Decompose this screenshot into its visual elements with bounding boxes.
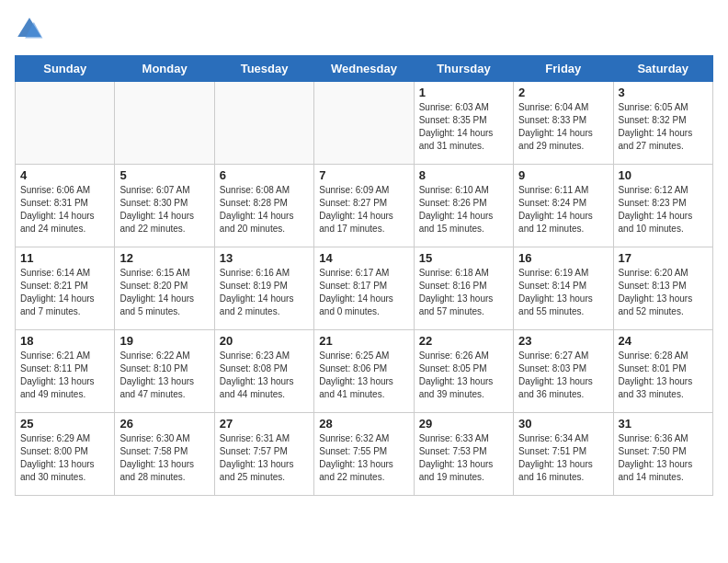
day-info: Sunrise: 6:20 AM Sunset: 8:13 PM Dayligh…	[619, 267, 708, 318]
day-number: 16	[518, 251, 608, 265]
day-info: Sunrise: 6:25 AM Sunset: 8:06 PM Dayligh…	[319, 350, 408, 401]
day-number: 3	[619, 86, 708, 99]
day-number: 27	[220, 417, 309, 431]
calendar-cell: 21Sunrise: 6:25 AM Sunset: 8:06 PM Dayli…	[314, 330, 414, 413]
day-header-thursday: Thursday	[414, 56, 513, 82]
week-row-2: 11Sunrise: 6:14 AM Sunset: 8:21 PM Dayli…	[16, 247, 713, 330]
day-info: Sunrise: 6:28 AM Sunset: 8:01 PM Dayligh…	[619, 350, 708, 401]
calendar-cell: 22Sunrise: 6:26 AM Sunset: 8:05 PM Dayli…	[414, 330, 513, 413]
day-number: 20	[220, 334, 309, 348]
day-number: 9	[518, 168, 608, 182]
calendar-cell: 18Sunrise: 6:21 AM Sunset: 8:11 PM Dayli…	[16, 330, 115, 413]
day-number: 10	[619, 168, 708, 182]
calendar-table: SundayMondayTuesdayWednesdayThursdayFrid…	[15, 55, 713, 496]
day-info: Sunrise: 6:23 AM Sunset: 8:08 PM Dayligh…	[220, 350, 309, 401]
day-header-tuesday: Tuesday	[214, 56, 313, 82]
day-number: 17	[619, 251, 708, 265]
day-info: Sunrise: 6:16 AM Sunset: 8:19 PM Dayligh…	[220, 267, 309, 318]
calendar-cell: 27Sunrise: 6:31 AM Sunset: 7:57 PM Dayli…	[214, 413, 313, 496]
calendar-cell: 4Sunrise: 6:06 AM Sunset: 8:31 PM Daylig…	[16, 165, 115, 247]
day-number: 6	[220, 168, 309, 182]
day-info: Sunrise: 6:33 AM Sunset: 7:53 PM Dayligh…	[419, 432, 508, 484]
day-number: 8	[419, 168, 508, 182]
day-info: Sunrise: 6:03 AM Sunset: 8:35 PM Dayligh…	[419, 101, 508, 153]
day-header-wednesday: Wednesday	[314, 56, 414, 82]
calendar-cell: 17Sunrise: 6:20 AM Sunset: 8:13 PM Dayli…	[613, 247, 712, 330]
day-info: Sunrise: 6:05 AM Sunset: 8:32 PM Dayligh…	[619, 101, 708, 153]
calendar-cell	[16, 82, 115, 165]
day-number: 23	[518, 334, 608, 348]
calendar-cell: 29Sunrise: 6:33 AM Sunset: 7:53 PM Dayli…	[414, 413, 513, 496]
day-info: Sunrise: 6:11 AM Sunset: 8:24 PM Dayligh…	[518, 184, 608, 236]
day-info: Sunrise: 6:36 AM Sunset: 7:50 PM Dayligh…	[619, 432, 708, 484]
day-info: Sunrise: 6:22 AM Sunset: 8:10 PM Dayligh…	[119, 350, 209, 401]
calendar-cell: 10Sunrise: 6:12 AM Sunset: 8:23 PM Dayli…	[613, 165, 712, 247]
calendar-cell: 14Sunrise: 6:17 AM Sunset: 8:17 PM Dayli…	[314, 247, 414, 330]
week-row-3: 18Sunrise: 6:21 AM Sunset: 8:11 PM Dayli…	[16, 330, 713, 413]
calendar-cell: 24Sunrise: 6:28 AM Sunset: 8:01 PM Dayli…	[613, 330, 712, 413]
calendar-cell: 7Sunrise: 6:09 AM Sunset: 8:27 PM Daylig…	[314, 165, 414, 247]
calendar-cell: 31Sunrise: 6:36 AM Sunset: 7:50 PM Dayli…	[613, 413, 712, 496]
calendar-cell: 19Sunrise: 6:22 AM Sunset: 8:10 PM Dayli…	[115, 330, 214, 413]
day-info: Sunrise: 6:34 AM Sunset: 7:51 PM Dayligh…	[518, 432, 608, 484]
calendar-cell	[115, 82, 214, 165]
day-info: Sunrise: 6:12 AM Sunset: 8:23 PM Dayligh…	[619, 184, 708, 236]
day-info: Sunrise: 6:31 AM Sunset: 7:57 PM Dayligh…	[220, 432, 309, 484]
calendar-cell: 12Sunrise: 6:15 AM Sunset: 8:20 PM Dayli…	[115, 247, 214, 330]
day-number: 21	[319, 334, 408, 348]
calendar-cell: 1Sunrise: 6:03 AM Sunset: 8:35 PM Daylig…	[414, 82, 513, 165]
day-info: Sunrise: 6:19 AM Sunset: 8:14 PM Dayligh…	[518, 267, 608, 318]
day-number: 28	[319, 417, 408, 431]
calendar-cell	[314, 82, 414, 165]
calendar-cell: 26Sunrise: 6:30 AM Sunset: 7:58 PM Dayli…	[115, 413, 214, 496]
logo-icon	[15, 15, 44, 44]
calendar-cell: 8Sunrise: 6:10 AM Sunset: 8:26 PM Daylig…	[414, 165, 513, 247]
day-info: Sunrise: 6:27 AM Sunset: 8:03 PM Dayligh…	[518, 350, 608, 401]
day-header-friday: Friday	[514, 56, 613, 82]
calendar-cell: 25Sunrise: 6:29 AM Sunset: 8:00 PM Dayli…	[16, 413, 115, 496]
day-number: 4	[20, 168, 109, 182]
day-info: Sunrise: 6:07 AM Sunset: 8:30 PM Dayligh…	[119, 184, 209, 236]
day-info: Sunrise: 6:18 AM Sunset: 8:16 PM Dayligh…	[419, 267, 508, 318]
day-number: 19	[119, 334, 209, 348]
calendar-cell: 5Sunrise: 6:07 AM Sunset: 8:30 PM Daylig…	[115, 165, 214, 247]
day-number: 11	[20, 251, 109, 265]
day-number: 25	[20, 417, 109, 431]
day-info: Sunrise: 6:04 AM Sunset: 8:33 PM Dayligh…	[518, 101, 608, 153]
day-info: Sunrise: 6:29 AM Sunset: 8:00 PM Dayligh…	[20, 432, 109, 484]
day-header-sunday: Sunday	[16, 56, 115, 82]
calendar-cell: 23Sunrise: 6:27 AM Sunset: 8:03 PM Dayli…	[514, 330, 613, 413]
day-info: Sunrise: 6:06 AM Sunset: 8:31 PM Dayligh…	[20, 184, 109, 236]
day-number: 15	[419, 251, 508, 265]
calendar-cell	[214, 82, 313, 165]
calendar-cell: 6Sunrise: 6:08 AM Sunset: 8:28 PM Daylig…	[214, 165, 313, 247]
day-number: 14	[319, 251, 408, 265]
calendar-header-row: SundayMondayTuesdayWednesdayThursdayFrid…	[16, 56, 713, 82]
day-info: Sunrise: 6:14 AM Sunset: 8:21 PM Dayligh…	[20, 267, 109, 318]
day-info: Sunrise: 6:32 AM Sunset: 7:55 PM Dayligh…	[319, 432, 408, 484]
page-header	[15, 15, 713, 44]
day-number: 5	[119, 168, 209, 182]
day-info: Sunrise: 6:10 AM Sunset: 8:26 PM Dayligh…	[419, 184, 508, 236]
day-info: Sunrise: 6:09 AM Sunset: 8:27 PM Dayligh…	[319, 184, 408, 236]
day-number: 29	[419, 417, 508, 431]
calendar-cell: 9Sunrise: 6:11 AM Sunset: 8:24 PM Daylig…	[514, 165, 613, 247]
day-info: Sunrise: 6:26 AM Sunset: 8:05 PM Dayligh…	[419, 350, 508, 401]
day-info: Sunrise: 6:30 AM Sunset: 7:58 PM Dayligh…	[119, 432, 209, 484]
calendar-cell: 30Sunrise: 6:34 AM Sunset: 7:51 PM Dayli…	[514, 413, 613, 496]
calendar-cell: 28Sunrise: 6:32 AM Sunset: 7:55 PM Dayli…	[314, 413, 414, 496]
week-row-4: 25Sunrise: 6:29 AM Sunset: 8:00 PM Dayli…	[16, 413, 713, 496]
day-number: 24	[619, 334, 708, 348]
calendar-cell: 3Sunrise: 6:05 AM Sunset: 8:32 PM Daylig…	[613, 82, 712, 165]
calendar-cell: 15Sunrise: 6:18 AM Sunset: 8:16 PM Dayli…	[414, 247, 513, 330]
calendar-cell: 20Sunrise: 6:23 AM Sunset: 8:08 PM Dayli…	[214, 330, 313, 413]
day-number: 13	[220, 251, 309, 265]
day-info: Sunrise: 6:21 AM Sunset: 8:11 PM Dayligh…	[20, 350, 109, 401]
day-number: 1	[419, 86, 508, 99]
calendar-cell: 16Sunrise: 6:19 AM Sunset: 8:14 PM Dayli…	[514, 247, 613, 330]
day-header-saturday: Saturday	[613, 56, 712, 82]
calendar-cell: 2Sunrise: 6:04 AM Sunset: 8:33 PM Daylig…	[514, 82, 613, 165]
day-number: 30	[518, 417, 608, 431]
day-number: 18	[20, 334, 109, 348]
day-info: Sunrise: 6:15 AM Sunset: 8:20 PM Dayligh…	[119, 267, 209, 318]
